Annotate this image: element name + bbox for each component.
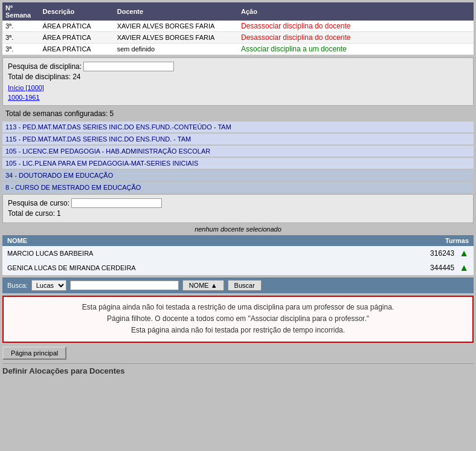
docentes-col-nome: NOME xyxy=(2,235,352,246)
pesquisa-curso-input[interactable] xyxy=(71,198,162,208)
sections-container: 113 - PED.MAT.MAT.DAS SERIES INIC.DO ENS… xyxy=(2,122,474,193)
cell-num: 3ª. xyxy=(2,32,40,44)
cell-acao[interactable]: Desassociar disciplina do docente xyxy=(238,32,474,44)
cell-desc: ÁREA PRÁTICA xyxy=(40,44,114,55)
col-header-descricao: Descrição xyxy=(40,2,114,21)
docentes-col-turmas: Turmas xyxy=(352,235,474,246)
table-row: 3ª. ÁREA PRÁTICA XAVIER ALVES BORGES FAR… xyxy=(2,21,474,32)
total-semanas-value: 5 xyxy=(110,109,114,118)
top-table: Nº Semana Descrição Docente Ação 3ª. ÁRE… xyxy=(2,2,474,55)
pesquisa-curso-label: Pesquisa de curso: xyxy=(8,199,69,207)
cell-acao[interactable]: Desassociar disciplina do docente xyxy=(238,21,474,32)
total-disciplinas-row: Total de disciplinas: 24 xyxy=(8,73,468,81)
busca-input[interactable] xyxy=(70,281,179,290)
arrow-up-icon[interactable]: ▲ xyxy=(459,248,469,259)
acao-link[interactable]: Associar disciplina a um docente xyxy=(241,45,347,53)
search-bar: Busca: Lucas NOME ▲ Buscar xyxy=(2,277,474,293)
docentes-title: nenhum docente selecionado xyxy=(2,225,474,233)
bottom-title: Definir Alocações para Docentes xyxy=(2,363,474,378)
table-row: 3ª. ÁREA PRÁTICA XAVIER ALVES BORGES FAR… xyxy=(2,32,474,44)
docente-row: MARCIO LUCAS BARBEIRA 316243 ▲ xyxy=(2,246,474,261)
total-curso-row: Total de curso: 1 xyxy=(8,209,468,218)
principal-btn-wrap: Página principal xyxy=(2,346,474,360)
disciplina-info-box: Pesquisa de disciplina: Total de discipl… xyxy=(2,57,474,106)
cell-doc: XAVIER ALVES BORGES FARIA xyxy=(114,21,238,32)
link-inicio[interactable]: Início [1000] xyxy=(8,84,44,91)
pesquisa-disciplina-input[interactable] xyxy=(83,62,174,71)
docente-nome: GENICA LUCAS DE MIRANDA CERDEIRA xyxy=(2,261,352,275)
turmas-value: 344445 xyxy=(430,264,454,272)
cell-desc: ÁREA PRÁTICA xyxy=(40,21,114,32)
warning-box: Esta página ainda não foi testada a rest… xyxy=(2,296,474,343)
docente-row: GENICA LUCAS DE MIRANDA CERDEIRA 344445 … xyxy=(2,261,474,275)
cell-acao[interactable]: Associar disciplina a um docente xyxy=(238,44,474,55)
main-container: Nº Semana Descrição Docente Ação 3ª. ÁRE… xyxy=(0,0,476,380)
cell-num: 3ª. xyxy=(2,21,40,32)
warning-line3: Esta página ainda não foi testada a rest… xyxy=(11,302,465,313)
link-back[interactable]: 1000-1961 xyxy=(8,94,40,101)
total-disciplinas-value: 24 xyxy=(72,73,80,81)
total-curso-label: Total de curso: xyxy=(8,209,55,218)
pesquisa-curso-row: Pesquisa de curso: xyxy=(8,198,468,208)
arrow-up-icon[interactable]: ▲ xyxy=(459,262,469,273)
col-header-semana: Nº Semana xyxy=(2,2,40,21)
busca-label: Busca: xyxy=(7,282,28,289)
section-row[interactable]: 34 - DOUTORADO EM EDUCAÇÃO xyxy=(2,170,474,181)
section-row[interactable]: 105 - LIC.PLENA PARA EM PEDAGOGIA-MAT-SE… xyxy=(2,158,474,169)
pesquisa-disciplina-row: Pesquisa de disciplina: xyxy=(8,62,468,71)
turmas-value: 316243 xyxy=(430,249,454,258)
section-row[interactable]: 115 - PED.MAT.MAT.DAS SERIES INIC.DO ENS… xyxy=(2,134,474,144)
cell-num: 3ª. xyxy=(2,44,40,55)
curso-info-box: Pesquisa de curso: Total de curso: 1 xyxy=(2,194,474,223)
total-semanas-label: Total de semanas configuradas: xyxy=(5,109,108,118)
docente-turmas: 316243 ▲ xyxy=(352,246,474,261)
acao-link[interactable]: Desassociar disciplina do docente xyxy=(241,33,350,42)
total-semanas-row: Total de semanas configuradas: 5 xyxy=(2,108,474,119)
cell-desc: ÁREA PRÁTICA xyxy=(40,32,114,44)
total-disciplinas-label: Total de disciplinas: xyxy=(8,73,71,81)
docente-turmas: 344445 ▲ xyxy=(352,261,474,275)
warning-line1: Esta página ainda não foi testada por re… xyxy=(11,325,465,336)
warning-line2: Página filhote. O docente a todos como e… xyxy=(11,313,465,325)
cell-doc: sem definido xyxy=(114,44,238,55)
acao-link[interactable]: Desassociar disciplina do docente xyxy=(241,22,350,30)
cell-doc: XAVIER ALVES BORGES FARIA xyxy=(114,32,238,44)
col-header-docente: Docente xyxy=(114,2,238,21)
principal-button[interactable]: Página principal xyxy=(2,346,66,360)
docentes-table: NOME Turmas MARCIO LUCAS BARBEIRA 316243… xyxy=(2,235,474,275)
total-curso-value: 1 xyxy=(57,209,61,218)
col-header-acao: Ação xyxy=(238,2,474,21)
docente-nome: MARCIO LUCAS BARBEIRA xyxy=(2,246,352,261)
busca-select[interactable]: Lucas xyxy=(31,280,66,291)
section-row[interactable]: 8 - CURSO DE MESTRADO EM EDUCAÇÃO xyxy=(2,182,474,193)
pesquisa-disciplina-label: Pesquisa de disciplina: xyxy=(8,62,82,71)
sort-button[interactable]: NOME ▲ xyxy=(182,280,224,291)
table-row: 3ª. ÁREA PRÁTICA sem definido Associar d… xyxy=(2,44,474,55)
buscar-button[interactable]: Buscar xyxy=(228,280,262,291)
section-row[interactable]: 113 - PED.MAT.MAT.DAS SERIES INIC.DO ENS… xyxy=(2,122,474,132)
section-row[interactable]: 105 - LICENC.EM PEDAGOGIA - HAB.ADMINIST… xyxy=(2,146,474,157)
